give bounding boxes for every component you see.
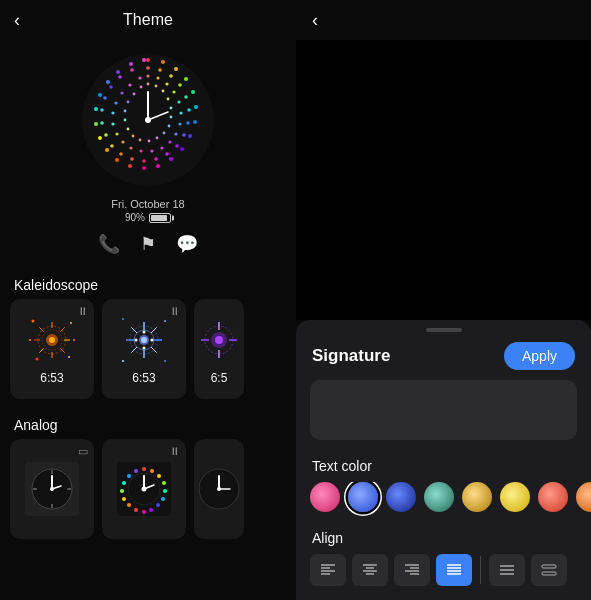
align-extra-1[interactable]: [489, 554, 525, 586]
left-panel: ‹ Theme /* dots drawn below */: [0, 0, 296, 600]
toggle-icon-2: ⏸: [169, 305, 180, 317]
svg-point-156: [127, 503, 131, 507]
sheet-title: Signature: [312, 346, 390, 366]
svg-point-8: [188, 134, 192, 138]
kaleidoscope-label: Kaleidoscope: [0, 269, 296, 299]
align-justify-btn[interactable]: [436, 554, 472, 586]
svg-point-124: [122, 318, 124, 320]
align-row: [296, 554, 591, 600]
svg-point-84: [140, 86, 143, 89]
left-header: ‹ Theme: [0, 0, 296, 40]
svg-point-79: [127, 128, 130, 131]
watch-preview: /* dots drawn below */: [0, 40, 296, 269]
align-left-btn[interactable]: [310, 554, 346, 586]
kaleidoscope-grid: ⏸: [0, 299, 296, 409]
svg-point-68: [155, 85, 158, 88]
svg-point-66: [138, 76, 141, 79]
svg-point-165: [142, 487, 147, 492]
svg-rect-191: [542, 572, 556, 575]
svg-point-80: [124, 119, 127, 122]
left-title: Theme: [123, 11, 173, 29]
analog-card-3[interactable]: [194, 439, 244, 539]
kaleidoscope-card-2[interactable]: ⏸: [102, 299, 186, 399]
color-yellow[interactable]: [500, 482, 530, 512]
svg-point-12: [142, 166, 146, 170]
watch-info: Fri. October 18 90%: [111, 198, 184, 223]
color-dark-blue[interactable]: [386, 482, 416, 512]
left-back-icon[interactable]: ‹: [14, 10, 20, 31]
svg-point-27: [178, 83, 182, 87]
svg-point-58: [129, 146, 132, 149]
color-row: [296, 482, 591, 526]
watch-app-icons: 📞 ⚑ 💬: [98, 233, 198, 255]
svg-point-63: [114, 101, 117, 104]
svg-point-65: [128, 83, 131, 86]
svg-point-92: [49, 337, 55, 343]
svg-point-87: [145, 117, 151, 123]
svg-rect-190: [542, 565, 556, 568]
svg-point-25: [158, 68, 162, 72]
svg-point-152: [156, 503, 160, 507]
svg-point-131: [215, 336, 223, 344]
svg-point-153: [149, 508, 153, 512]
svg-point-48: [165, 82, 168, 85]
svg-point-3: [174, 67, 178, 71]
align-extra-2[interactable]: [531, 554, 567, 586]
svg-point-70: [167, 98, 170, 101]
toggle-icon-a2: ⏸: [169, 445, 180, 457]
svg-point-44: [118, 75, 122, 79]
svg-point-9: [180, 147, 184, 151]
phone-icon: 📞: [98, 233, 120, 255]
align-center-btn[interactable]: [352, 554, 388, 586]
color-salmon[interactable]: [538, 482, 568, 512]
svg-point-105: [29, 339, 31, 341]
svg-point-103: [36, 358, 39, 361]
svg-point-39: [104, 133, 108, 137]
svg-point-38: [110, 144, 114, 148]
svg-point-24: [146, 66, 150, 70]
color-teal[interactable]: [424, 482, 454, 512]
svg-point-56: [150, 149, 153, 152]
svg-point-144: [50, 487, 54, 491]
color-pink[interactable]: [310, 482, 340, 512]
svg-point-158: [120, 489, 124, 493]
svg-point-31: [182, 133, 186, 137]
svg-point-32: [175, 144, 179, 148]
color-gold[interactable]: [462, 482, 492, 512]
analog-card-2[interactable]: ⏸: [102, 439, 186, 539]
chat-icon: 💬: [176, 233, 198, 255]
svg-point-22: [129, 62, 133, 66]
svg-point-78: [132, 135, 135, 138]
svg-point-170: [217, 487, 221, 491]
svg-point-81: [124, 110, 127, 113]
color-blue-gradient[interactable]: [348, 482, 378, 512]
right-back-icon[interactable]: ‹: [312, 10, 318, 31]
svg-point-83: [133, 93, 136, 96]
svg-point-28: [184, 95, 188, 99]
color-orange[interactable]: [576, 482, 591, 512]
svg-point-35: [142, 159, 146, 163]
toggle-icon-1: ⏸: [77, 305, 88, 317]
svg-point-10: [169, 157, 173, 161]
align-right-btn[interactable]: [394, 554, 430, 586]
svg-point-69: [162, 90, 165, 93]
sheet-header: Signature Apply: [296, 336, 591, 380]
svg-point-45: [130, 68, 134, 72]
kaleidoscope-card-1[interactable]: ⏸: [10, 299, 94, 399]
svg-point-50: [177, 100, 180, 103]
signature-box[interactable]: [310, 380, 577, 440]
svg-point-102: [70, 322, 72, 324]
kaleidoscope-card-3[interactable]: 6:5: [194, 299, 244, 399]
svg-point-55: [160, 146, 163, 149]
watch-date: Fri. October 18: [111, 198, 184, 210]
apply-button[interactable]: Apply: [504, 342, 575, 370]
analog-card-1[interactable]: ▭: [10, 439, 94, 539]
svg-point-111: [141, 337, 147, 343]
svg-point-46: [146, 74, 149, 77]
svg-point-125: [164, 320, 166, 322]
svg-point-4: [184, 77, 188, 81]
svg-point-11: [156, 164, 160, 168]
svg-point-77: [139, 139, 142, 142]
svg-point-42: [103, 96, 107, 100]
theme-time-2: 6:53: [132, 371, 155, 385]
